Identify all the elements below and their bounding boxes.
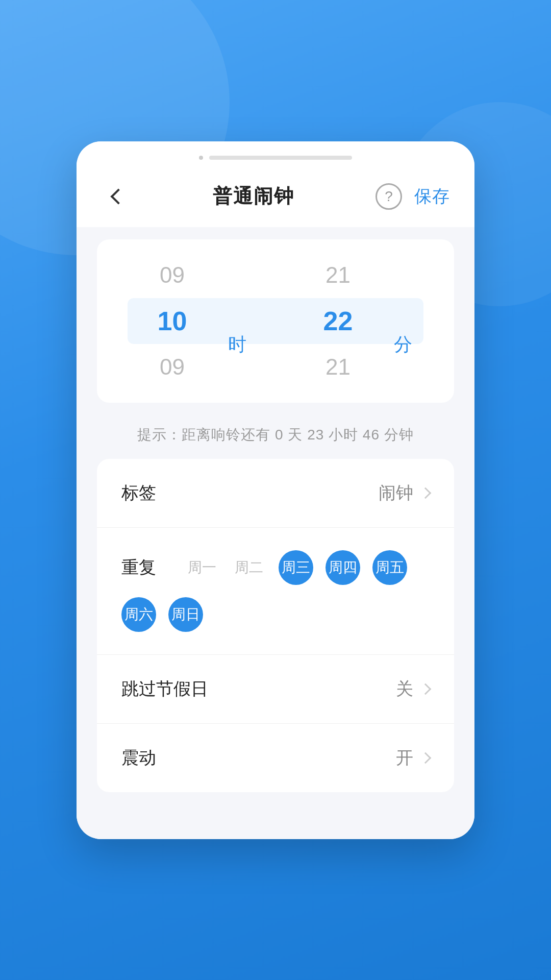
vibrate-value: 开 xyxy=(396,746,430,770)
label-row-value: 闹钟 xyxy=(379,481,430,505)
time-picker-card: 09 10 09 时 21 22 21 分 xyxy=(97,239,454,403)
day-monday[interactable]: 周一 xyxy=(185,550,219,585)
picker-highlight xyxy=(128,298,423,344)
hint-text: 提示：距离响铃还有 0 天 23 小时 46 分钟 xyxy=(77,415,474,459)
save-button[interactable]: 保存 xyxy=(414,185,450,208)
minute-below: 21 xyxy=(293,344,383,390)
back-chevron-icon xyxy=(110,188,126,204)
holiday-value: 关 xyxy=(396,677,430,701)
minute-above: 21 xyxy=(293,252,383,298)
holiday-row[interactable]: 跳过节假日 关 xyxy=(97,655,454,724)
header: 普通闹钟 ? 保存 xyxy=(77,166,474,227)
vibrate-row[interactable]: 震动 开 xyxy=(97,724,454,792)
vibrate-chevron-icon xyxy=(420,752,432,764)
day-tuesday[interactable]: 周二 xyxy=(232,550,266,585)
status-bar xyxy=(77,141,474,166)
hour-above: 09 xyxy=(128,252,217,298)
vibrate-label: 震动 xyxy=(121,746,156,770)
holiday-label: 跳过节假日 xyxy=(121,677,208,701)
label-row-label: 标签 xyxy=(121,481,156,505)
label-row[interactable]: 标签 闹钟 xyxy=(97,459,454,528)
status-line xyxy=(209,156,352,160)
day-saturday[interactable]: 周六 xyxy=(121,597,156,632)
repeat-label: 重复 xyxy=(121,556,162,579)
day-sunday[interactable]: 周日 xyxy=(168,597,203,632)
holiday-chevron-icon xyxy=(420,683,432,695)
help-button[interactable]: ? xyxy=(375,183,402,210)
label-value-text: 闹钟 xyxy=(379,481,413,505)
hour-below: 09 xyxy=(128,344,217,390)
label-chevron-icon xyxy=(420,487,432,499)
day-wednesday[interactable]: 周三 xyxy=(279,550,313,585)
vibrate-value-text: 开 xyxy=(396,746,413,770)
page-title: 普通闹钟 xyxy=(213,183,294,209)
day-friday[interactable]: 周五 xyxy=(372,550,407,585)
main-content: 普通闹钟 ? 保存 09 10 09 时 xyxy=(77,166,474,839)
time-picker[interactable]: 09 10 09 时 21 22 21 分 xyxy=(128,239,423,403)
day-thursday[interactable]: 周四 xyxy=(325,550,360,585)
status-dot xyxy=(199,156,203,160)
repeat-row[interactable]: 重复 周一 周二 周三 周四 周五 周六 xyxy=(97,528,454,655)
header-right: ? 保存 xyxy=(375,183,450,210)
phone-container: 普通闹钟 ? 保存 09 10 09 时 xyxy=(77,141,474,839)
settings-section: 标签 闹钟 重复 周一 周二 周三 周四 xyxy=(97,459,454,792)
back-button[interactable] xyxy=(101,181,132,212)
holiday-value-text: 关 xyxy=(396,677,413,701)
help-icon-label: ? xyxy=(385,188,393,205)
